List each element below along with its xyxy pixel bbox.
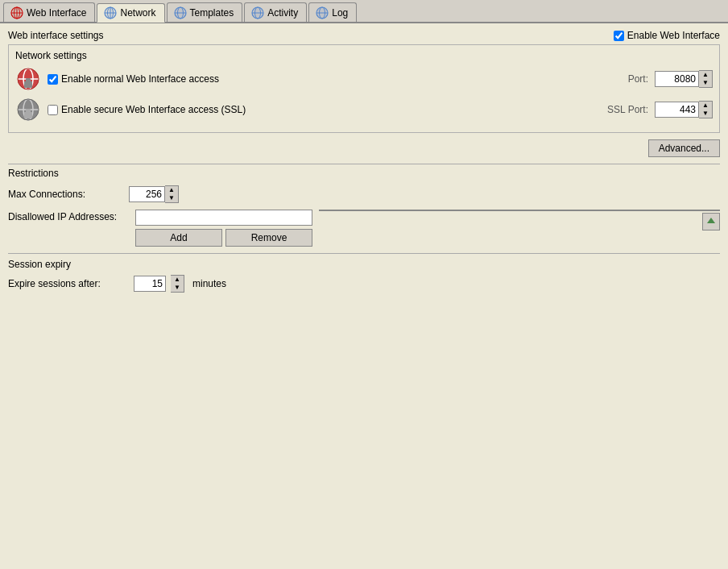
network-icon	[104, 6, 117, 19]
disallowed-label: Disallowed IP Addresses:	[8, 210, 129, 222]
expire-down-btn[interactable]: ▼	[171, 284, 184, 292]
top-header: Web interface settings Enable Web Interf…	[8, 30, 720, 41]
tab-network[interactable]: Network	[97, 3, 164, 23]
tab-bar: Web Interface Network	[0, 0, 728, 23]
disallowed-ip-list[interactable]	[319, 210, 720, 211]
web-interface-icon	[10, 6, 23, 19]
tab-network-label: Network	[120, 7, 155, 19]
max-conn-input[interactable]	[129, 186, 165, 202]
log-icon	[316, 6, 329, 19]
ssl-port-input[interactable]: 443	[655, 102, 699, 118]
normal-access-icon	[15, 66, 41, 92]
disallowed-row: Disallowed IP Addresses: Add Remove	[8, 210, 720, 247]
enable-web-interface-label: Enable Web Interface	[627, 30, 720, 41]
tab-log[interactable]: Log	[308, 2, 357, 22]
session-title: Session expiry	[8, 259, 720, 270]
tab-web-interface[interactable]: Web Interface	[3, 2, 95, 22]
templates-icon	[174, 6, 187, 19]
tab-log-label: Log	[332, 7, 348, 19]
ssl-port-input-group: 443 ▲ ▼	[655, 101, 713, 118]
port-up-btn[interactable]: ▲	[699, 71, 712, 79]
tab-templates-label: Templates	[190, 7, 234, 19]
restrictions-title: Restrictions	[8, 168, 720, 179]
svg-marker-34	[707, 218, 715, 223]
web-interface-settings-label: Web interface settings	[8, 30, 104, 41]
expire-label: Expire sessions after:	[8, 278, 129, 289]
port-input-group: 8080 ▲ ▼	[655, 70, 713, 88]
svg-rect-33	[26, 109, 31, 113]
tab-activity-label: Activity	[267, 7, 298, 19]
main-window: Web Interface Network	[0, 0, 728, 569]
max-conn-input-group: ▲ ▼	[129, 185, 179, 203]
port-input[interactable]: 8080	[655, 71, 699, 87]
svg-rect-32	[24, 112, 32, 118]
remove-ip-button[interactable]: Remove	[225, 229, 312, 247]
tab-web-interface-label: Web Interface	[27, 7, 86, 19]
svg-point-21	[316, 7, 328, 19]
restrictions-section: Restrictions Max Connections: ▲ ▼ Disall…	[8, 164, 720, 247]
svg-point-4	[11, 7, 23, 19]
tab-templates[interactable]: Templates	[167, 2, 243, 22]
disallowed-ip-input[interactable]	[135, 210, 312, 226]
max-conn-up-btn[interactable]: ▲	[165, 186, 178, 194]
port-down-btn[interactable]: ▼	[699, 79, 712, 87]
secure-access-label: Enable secure Web Interface access (SSL)	[61, 104, 246, 115]
max-conn-spinner: ▲ ▼	[165, 185, 179, 203]
expire-input[interactable]	[134, 276, 166, 292]
svg-point-13	[175, 7, 186, 19]
port-spinner: ▲ ▼	[699, 70, 713, 88]
expire-spinner: ▲ ▼	[171, 275, 184, 293]
svg-point-9	[105, 7, 116, 19]
normal-access-row: Enable normal Web Interface access Port:…	[15, 66, 713, 92]
enable-normal-access-checkbox[interactable]	[48, 74, 58, 85]
network-section-title: Network settings	[15, 50, 713, 61]
secure-access-row: Enable secure Web Interface access (SSL)…	[15, 97, 713, 123]
advanced-button[interactable]: Advanced...	[648, 139, 720, 157]
enable-secure-access-checkbox[interactable]	[48, 105, 58, 115]
add-ip-button[interactable]: Add	[135, 229, 222, 247]
enable-web-interface-row: Enable Web Interface	[614, 30, 720, 41]
move-btn-row	[319, 213, 720, 231]
secure-access-icon	[15, 97, 41, 123]
disallowed-right-panel	[319, 210, 720, 231]
ssl-port-spinner: ▲ ▼	[699, 101, 713, 118]
max-conn-label: Max Connections:	[8, 189, 129, 200]
ssl-port-label: SSL Port:	[607, 104, 648, 115]
normal-access-label: Enable normal Web Interface access	[61, 73, 219, 85]
secure-access-checkbox-label: Enable secure Web Interface access (SSL)	[48, 104, 607, 115]
max-conn-row: Max Connections: ▲ ▼	[8, 185, 720, 203]
session-section: Session expiry Expire sessions after: ▲ …	[8, 253, 720, 293]
disallowed-left-panel: Add Remove	[135, 210, 312, 247]
add-remove-row: Add Remove	[135, 229, 312, 247]
expire-suffix: minutes	[192, 278, 226, 289]
ssl-port-up-btn[interactable]: ▲	[699, 102, 712, 110]
svg-rect-26	[24, 81, 32, 88]
max-conn-down-btn[interactable]: ▼	[165, 194, 178, 202]
advanced-btn-row: Advanced...	[8, 139, 720, 157]
content-area: Web interface settings Enable Web Interf…	[0, 23, 728, 569]
tab-activity[interactable]: Activity	[244, 2, 307, 22]
activity-icon	[251, 6, 264, 19]
expire-up-btn[interactable]: ▲	[171, 276, 184, 284]
move-button[interactable]	[702, 213, 720, 231]
port-label: Port:	[628, 73, 648, 85]
network-settings-section: Network settings Enable normal Web In	[8, 44, 720, 133]
ssl-port-down-btn[interactable]: ▼	[699, 110, 712, 118]
svg-point-17	[252, 7, 263, 19]
normal-access-checkbox-label: Enable normal Web Interface access	[48, 73, 628, 85]
enable-web-interface-checkbox[interactable]	[614, 31, 624, 41]
session-row: Expire sessions after: ▲ ▼ minutes	[8, 275, 720, 293]
svg-rect-27	[26, 78, 31, 82]
